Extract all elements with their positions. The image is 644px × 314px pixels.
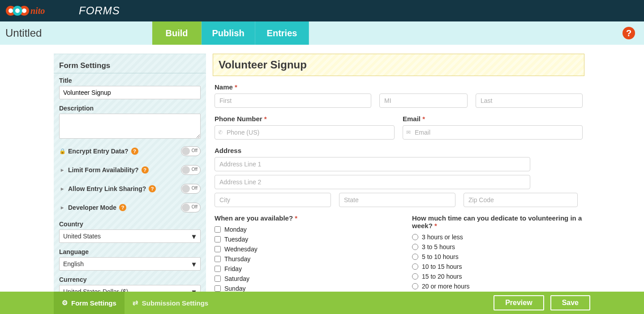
- preview-button[interactable]: Preview: [494, 295, 544, 310]
- tab-entries[interactable]: Entries: [255, 21, 309, 45]
- info-icon[interactable]: ?: [131, 148, 138, 155]
- name-label: Name *: [215, 83, 583, 91]
- gear-icon: ⚙: [62, 299, 68, 307]
- main: Form Settings Title Description 🔒 Encryp…: [0, 45, 644, 292]
- brand-text: FORMS: [79, 4, 120, 17]
- currency-label: Currency: [59, 276, 201, 283]
- limit-row: ▸ Limit Form Availability? ? Off: [54, 161, 206, 179]
- info-icon[interactable]: ?: [119, 204, 126, 211]
- sidebar-form-settings: Form Settings Title Description 🔒 Encryp…: [54, 54, 206, 292]
- option-label: 15 to 20 hours: [422, 273, 462, 280]
- availability-group: When are you available? * MondayTuesdayW…: [215, 214, 385, 292]
- availability-option[interactable]: Monday: [215, 225, 385, 234]
- info-icon[interactable]: ?: [142, 166, 149, 174]
- dedicate-option[interactable]: 10 to 15 hours: [412, 262, 583, 272]
- radio[interactable]: [412, 283, 418, 289]
- submission-settings-tab[interactable]: ⇄ Submission Settings: [125, 292, 216, 314]
- checkbox[interactable]: [215, 285, 221, 292]
- name-last-input[interactable]: [476, 93, 583, 108]
- bottombar: ⚙ Form Settings ⇄ Submission Settings Pr…: [0, 292, 644, 314]
- email-input[interactable]: [403, 125, 583, 140]
- availability-option[interactable]: Sunday: [215, 284, 385, 292]
- availability-option[interactable]: Saturday: [215, 274, 385, 284]
- checkbox[interactable]: [215, 276, 221, 282]
- caret-right-icon: ▸: [59, 167, 65, 173]
- tab-publish[interactable]: Publish: [202, 21, 255, 45]
- form-title[interactable]: Volunteer Signup: [213, 54, 584, 76]
- devmode-label: Developer Mode: [68, 204, 116, 211]
- dedicate-option[interactable]: 5 to 10 hours: [412, 252, 583, 262]
- svg-point-3: [9, 8, 13, 13]
- description-label: Description: [59, 105, 201, 112]
- option-label: Sunday: [224, 285, 245, 292]
- encrypt-toggle[interactable]: Off: [181, 146, 201, 156]
- save-button[interactable]: Save: [550, 295, 590, 310]
- country-select[interactable]: United States: [59, 229, 201, 243]
- address-city-input[interactable]: [215, 193, 331, 207]
- title-label: Title: [59, 77, 201, 84]
- option-label: Monday: [224, 226, 247, 233]
- dedicate-option[interactable]: 20 or more hours: [412, 281, 583, 291]
- availability-option[interactable]: Wednesday: [215, 244, 385, 254]
- option-label: Thursday: [224, 255, 250, 263]
- checkbox[interactable]: [215, 266, 221, 272]
- tab-build[interactable]: Build: [152, 21, 202, 45]
- limit-toggle[interactable]: Off: [181, 165, 201, 175]
- address-line1-input[interactable]: [215, 157, 530, 171]
- currency-select[interactable]: United States Dollar ($): [59, 285, 201, 292]
- logo[interactable]: nito FORMS: [4, 4, 120, 17]
- caret-right-icon: ▸: [59, 204, 65, 211]
- checkbox[interactable]: [215, 226, 221, 233]
- option-label: 3 to 5 hours: [422, 243, 455, 250]
- option-label: Friday: [224, 265, 242, 272]
- phone-input[interactable]: [215, 125, 395, 140]
- radio[interactable]: [412, 273, 418, 280]
- phone-label: Phone Number *: [215, 115, 395, 123]
- linkshare-row: ▸ Allow Entry Link Sharing? ? Off: [54, 179, 206, 198]
- name-mi-input[interactable]: [379, 93, 468, 108]
- description-field: Description: [54, 101, 206, 142]
- language-label: Language: [59, 248, 201, 255]
- radio[interactable]: [412, 254, 418, 260]
- name-first-input[interactable]: [215, 93, 371, 108]
- address-zip-input[interactable]: [464, 193, 578, 207]
- linkshare-toggle[interactable]: Off: [181, 184, 201, 194]
- form-settings-tab[interactable]: ⚙ Form Settings: [54, 292, 125, 314]
- option-label: 20 or more hours: [422, 283, 470, 290]
- devmode-toggle[interactable]: Off: [181, 203, 201, 212]
- form-name[interactable]: Untitled: [0, 21, 152, 45]
- form-settings-heading: Form Settings: [54, 54, 206, 73]
- email-label: Email *: [403, 115, 583, 123]
- envelope-icon: ✉: [406, 129, 411, 136]
- title-input[interactable]: [59, 86, 201, 99]
- form-preview: Volunteer Signup Name * Phone Number *: [213, 54, 584, 292]
- info-icon[interactable]: ?: [149, 185, 156, 192]
- dedicate-option[interactable]: 3 hours or less: [412, 232, 583, 242]
- availability-option[interactable]: Tuesday: [215, 234, 385, 244]
- option-label: Saturday: [224, 275, 249, 282]
- language-select[interactable]: English: [59, 257, 201, 271]
- checkbox[interactable]: [215, 256, 221, 262]
- help-icon[interactable]: ?: [623, 27, 635, 39]
- checkbox[interactable]: [215, 246, 221, 252]
- radio[interactable]: [412, 234, 418, 240]
- address-state-input[interactable]: [339, 193, 455, 207]
- radio[interactable]: [412, 244, 418, 250]
- option-label: Tuesday: [224, 236, 248, 243]
- description-input[interactable]: [59, 114, 201, 139]
- dedicate-option[interactable]: 15 to 20 hours: [412, 272, 583, 281]
- address-line2-input[interactable]: [215, 175, 530, 189]
- radio[interactable]: [412, 263, 418, 270]
- availability-option[interactable]: Thursday: [215, 254, 385, 264]
- address-label: Address: [215, 147, 583, 154]
- checkbox[interactable]: [215, 236, 221, 242]
- currency-field: Currency United States Dollar ($): [54, 272, 206, 292]
- topbar: nito FORMS: [0, 0, 644, 21]
- dedicate-option[interactable]: 3 to 5 hours: [412, 242, 583, 252]
- lock-icon: 🔒: [59, 148, 65, 154]
- cognito-logo-icon: nito: [4, 4, 76, 17]
- encrypt-row: 🔒 Encrypt Entry Data? ? Off: [54, 142, 206, 161]
- availability-label: When are you available? *: [215, 214, 385, 222]
- availability-option[interactable]: Friday: [215, 264, 385, 274]
- navbar: Untitled Build Publish Entries ?: [0, 21, 644, 45]
